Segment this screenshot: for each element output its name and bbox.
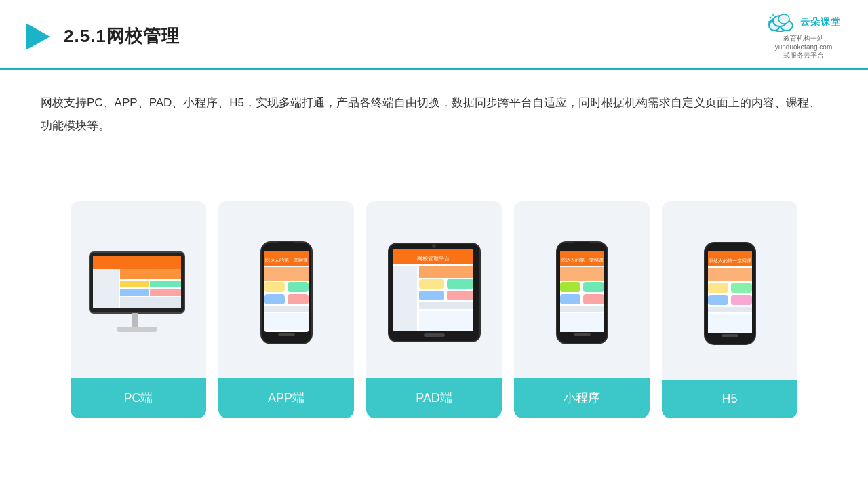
svg-rect-20 xyxy=(117,327,157,332)
svg-rect-16 xyxy=(120,289,149,296)
svg-point-5 xyxy=(778,14,789,24)
svg-rect-42 xyxy=(447,279,473,289)
card-h5: 职达人的第一堂网课 H5 xyxy=(662,201,797,418)
app-icon: 职达人的第一堂网课 xyxy=(258,239,315,347)
svg-rect-28 xyxy=(288,282,309,292)
card-pc: PC端 xyxy=(71,201,206,418)
svg-rect-26 xyxy=(264,267,309,281)
card-label-pad: PAD端 xyxy=(366,378,502,418)
svg-rect-63 xyxy=(720,243,740,249)
card-image-pad: 网校管理平台 xyxy=(366,201,502,378)
svg-rect-67 xyxy=(708,283,728,293)
svg-rect-44 xyxy=(447,291,473,300)
logo-icon xyxy=(20,20,53,53)
svg-rect-18 xyxy=(120,297,181,308)
svg-rect-12 xyxy=(93,269,119,308)
card-miniapp: 职达人的第一堂网课 小程序 xyxy=(514,201,650,418)
card-label-miniapp: 小程序 xyxy=(514,378,650,418)
svg-text:职达人的第一堂网课: 职达人的第一堂网课 xyxy=(264,258,307,263)
card-label-h5: H5 xyxy=(662,380,797,418)
svg-rect-56 xyxy=(560,294,580,304)
svg-rect-58 xyxy=(560,306,604,312)
header-left: 2.5.1网校管理 xyxy=(20,20,180,53)
svg-text:职达人的第一堂网课: 职达人的第一堂网课 xyxy=(708,258,751,264)
svg-rect-69 xyxy=(708,295,728,305)
card-image-pc xyxy=(71,201,206,378)
pad-icon: 网校管理平台 xyxy=(385,240,484,345)
svg-point-8 xyxy=(768,21,770,22)
svg-rect-11 xyxy=(93,256,181,269)
svg-rect-17 xyxy=(150,289,181,296)
svg-point-7 xyxy=(772,14,774,16)
svg-rect-29 xyxy=(264,294,285,304)
svg-rect-23 xyxy=(277,242,296,249)
header: 2.5.1网校管理 云朵课堂 教育机构一站 xyxy=(0,0,868,70)
page-container: 2.5.1网校管理 云朵课堂 教育机构一站 xyxy=(0,0,868,488)
svg-rect-47 xyxy=(424,333,445,337)
h5-icon: 职达人的第一堂网课 xyxy=(701,239,759,348)
brand-sub: 教育机构一站 yunduoketang.com 式服务云平台 xyxy=(775,34,833,60)
svg-rect-71 xyxy=(708,307,752,312)
svg-rect-15 xyxy=(150,281,181,287)
card-app: 职达人的第一堂网课 APP端 xyxy=(218,201,354,418)
svg-rect-54 xyxy=(560,282,580,292)
svg-point-6 xyxy=(770,17,772,19)
svg-rect-43 xyxy=(419,291,444,300)
card-image-miniapp: 职达人的第一堂网课 xyxy=(514,201,650,378)
miniapp-icon: 职达人的第一堂网课 xyxy=(553,239,611,347)
brand-logo: 云朵课堂 xyxy=(766,12,841,33)
card-image-h5: 职达人的第一堂网课 xyxy=(662,201,797,380)
svg-rect-32 xyxy=(264,313,309,330)
svg-rect-40 xyxy=(419,266,473,278)
svg-rect-31 xyxy=(264,306,309,312)
brand-name: 云朵课堂 xyxy=(800,16,841,28)
svg-rect-13 xyxy=(120,269,181,279)
page-title: 2.5.1网校管理 xyxy=(64,24,180,48)
svg-rect-60 xyxy=(574,333,591,336)
svg-rect-59 xyxy=(560,313,604,332)
svg-rect-68 xyxy=(731,283,752,293)
svg-rect-33 xyxy=(278,333,295,336)
svg-rect-73 xyxy=(722,334,738,337)
pc-icon xyxy=(86,249,191,337)
svg-rect-66 xyxy=(708,268,752,281)
description: 网校支持PC、APP、PAD、小程序、H5，实现多端打通，产品各终端自由切换，数… xyxy=(0,70,868,144)
svg-rect-19 xyxy=(132,313,138,327)
card-image-app: 职达人的第一堂网课 xyxy=(218,201,354,378)
svg-rect-57 xyxy=(583,294,604,304)
cards-area: PC端 职达人的第一堂网课 xyxy=(0,144,868,488)
svg-rect-14 xyxy=(120,281,149,287)
svg-rect-41 xyxy=(419,279,444,289)
svg-rect-30 xyxy=(288,294,309,304)
svg-rect-72 xyxy=(708,314,752,333)
svg-rect-55 xyxy=(583,282,604,292)
svg-marker-0 xyxy=(26,23,50,50)
svg-text:网校管理平台: 网校管理平台 xyxy=(417,256,450,262)
svg-point-36 xyxy=(432,244,436,248)
svg-rect-45 xyxy=(419,302,473,309)
card-label-pc: PC端 xyxy=(71,378,206,418)
card-label-app: APP端 xyxy=(218,378,354,418)
description-text: 网校支持PC、APP、PAD、小程序、H5，实现多端打通，产品各终端自由切换，数… xyxy=(41,96,821,132)
svg-text:职达人的第一堂网课: 职达人的第一堂网课 xyxy=(560,258,603,263)
cloud-logo-icon xyxy=(766,12,796,33)
svg-rect-70 xyxy=(731,295,752,305)
svg-rect-39 xyxy=(393,266,417,331)
svg-rect-50 xyxy=(572,242,592,249)
header-right: 云朵课堂 教育机构一站 yunduoketang.com 式服务云平台 xyxy=(766,12,841,60)
card-pad: 网校管理平台 PAD端 xyxy=(366,201,502,418)
svg-rect-27 xyxy=(264,282,285,292)
svg-rect-53 xyxy=(560,267,604,281)
svg-rect-46 xyxy=(419,311,473,331)
